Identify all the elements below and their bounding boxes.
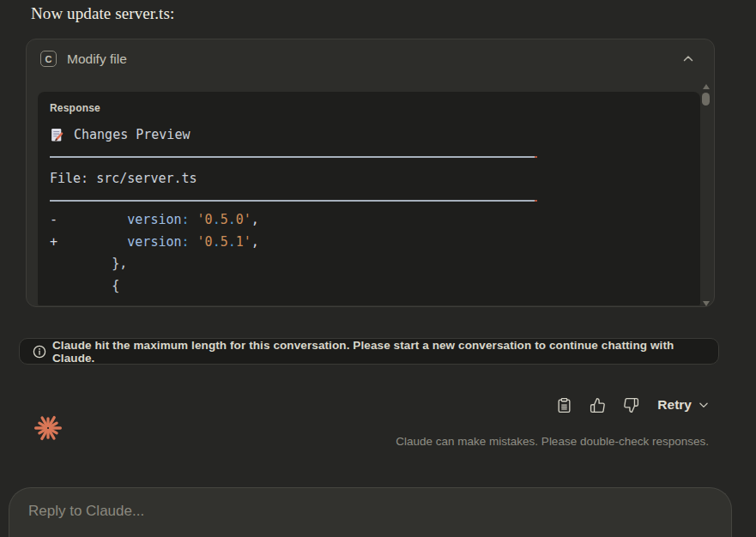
copy-button[interactable] [554, 395, 573, 414]
info-icon [33, 345, 46, 359]
scroll-up-arrow-icon[interactable] [703, 84, 710, 89]
changes-preview-heading: Changes Preview [50, 127, 688, 142]
diff-code-block: - version: '0.5.0',+ version: '0.5.1', }… [50, 209, 688, 297]
notice-text: Claude hit the maximum length for this c… [52, 339, 705, 365]
thumbs-down-button[interactable] [621, 395, 640, 414]
disclaimer-text: Claude can make mistakes. Please double-… [396, 435, 709, 448]
tool-card-modify-file: C Modify file Response Changes Preview F… [26, 39, 715, 307]
chevron-down-icon [698, 399, 710, 411]
tool-card-header[interactable]: C Modify file [27, 39, 714, 67]
tool-card-title: Modify file [67, 51, 127, 67]
tool-response-panel: Response Changes Preview File: src/serve… [38, 92, 700, 305]
retry-label: Retry [657, 397, 692, 413]
code-line: }, [50, 253, 688, 275]
scroll-down-arrow-icon[interactable] [703, 301, 710, 306]
composer[interactable] [9, 487, 732, 537]
file-path-line: File: src/server.ts [50, 171, 688, 186]
scrollbar-thumb[interactable] [702, 93, 710, 106]
scrollbar[interactable] [702, 82, 711, 308]
chevron-up-icon[interactable] [680, 51, 700, 67]
divider [50, 200, 535, 202]
clipboard-icon [556, 397, 572, 413]
code-line: - version: '0.5.0', [50, 209, 688, 232]
divider [50, 156, 535, 158]
conversation-limit-notice: Claude hit the maximum length for this c… [19, 338, 719, 365]
memo-icon [50, 128, 64, 142]
claude-logo-icon [33, 412, 63, 444]
response-label: Response [50, 102, 688, 114]
changes-preview-title: Changes Preview [74, 127, 190, 142]
assistant-message: Now update server.ts: [31, 4, 174, 23]
code-line: { [50, 275, 688, 298]
retry-button[interactable]: Retry [657, 397, 710, 413]
code-line: + version: '0.5.1', [50, 232, 688, 254]
reply-input[interactable] [28, 503, 711, 520]
claude-chat-page: { "page": { "assistant_message": "Now up… [0, 0, 756, 537]
tool-source-badge: C [40, 51, 57, 67]
thumbs-down-icon [623, 397, 639, 413]
message-actions: Retry [554, 395, 710, 414]
thumbs-up-icon [590, 397, 606, 413]
thumbs-up-button[interactable] [588, 395, 607, 414]
